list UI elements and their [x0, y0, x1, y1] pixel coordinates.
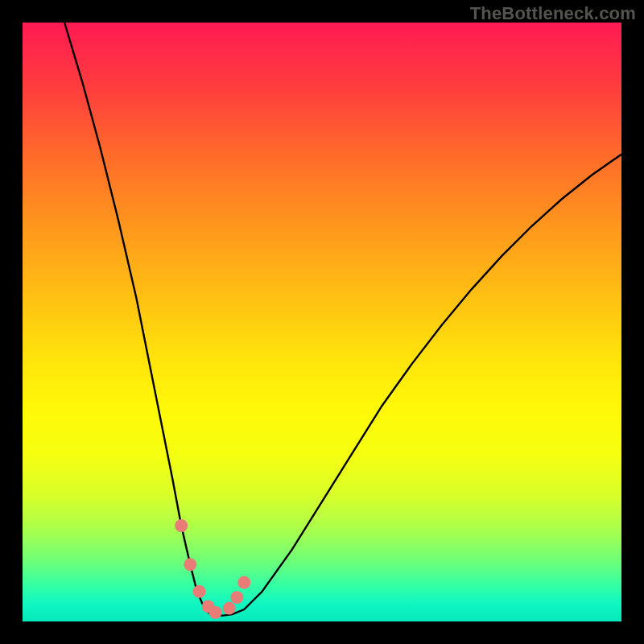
highlight-point	[184, 558, 196, 571]
watermark-text: TheBottleneck.com	[470, 3, 636, 24]
highlight-point	[175, 519, 188, 532]
chart-plot-area	[23, 23, 621, 621]
highlight-point	[193, 585, 206, 598]
highlight-point	[223, 602, 236, 615]
highlight-point	[209, 606, 222, 619]
highlight-point	[230, 591, 243, 604]
chart-frame: TheBottleneck.com	[0, 0, 644, 644]
highlight-markers	[175, 519, 250, 619]
bottleneck-curve	[64, 23, 621, 616]
chart-svg	[23, 23, 621, 621]
highlight-point	[237, 576, 250, 589]
